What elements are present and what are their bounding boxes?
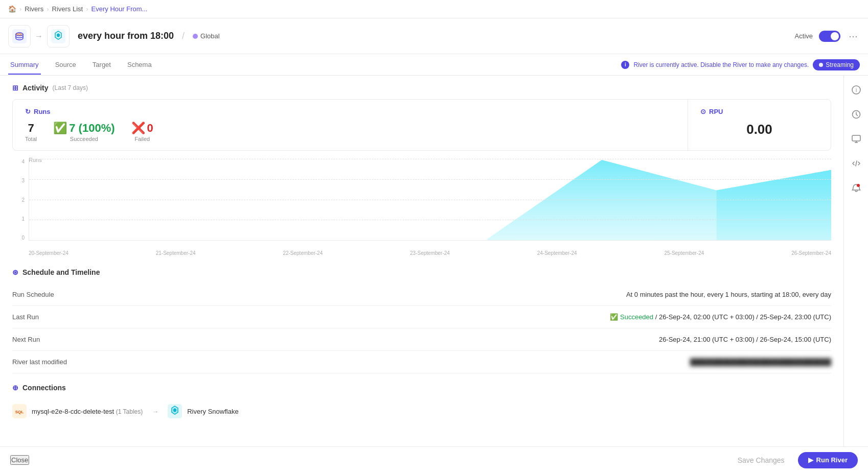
modified-value: ██████████████████████████████ xyxy=(690,358,831,366)
x-label-6: 26-September-24 xyxy=(791,250,831,256)
schedule-section: ⊛ Schedule and Timeline Run Schedule At … xyxy=(12,268,831,373)
y-label-0: 0 xyxy=(21,235,25,241)
activity-title: ⊞ Activity (Last 7 days) xyxy=(12,84,831,92)
last-run-time: / 26-Sep-24, 02:00 (UTC + 03:00) / 25-Se… xyxy=(655,313,831,321)
tab-schema[interactable]: Schema xyxy=(125,56,154,75)
chart-inner xyxy=(29,159,831,241)
active-toggle[interactable] xyxy=(819,31,840,42)
connections-title: ⊕ Connections xyxy=(12,384,831,392)
last-run-check-icon: ✅ xyxy=(610,313,618,321)
info-icon: i xyxy=(621,61,629,69)
tab-source[interactable]: Source xyxy=(53,56,78,75)
svg-point-15 xyxy=(857,184,860,187)
conn-arrow: → xyxy=(152,408,158,415)
breadcrumb-rivers[interactable]: Rivers xyxy=(25,5,43,13)
source-target-icons: SQL → xyxy=(8,25,70,48)
right-sidebar: i xyxy=(843,76,868,446)
active-label: Active xyxy=(795,32,813,40)
close-button[interactable]: Close xyxy=(10,455,29,465)
sidebar-history-button[interactable] xyxy=(848,106,864,123)
home-icon[interactable]: 🏠 xyxy=(8,5,16,13)
last-run-value: ✅ Succeeded / 26-Sep-24, 02:00 (UTC + 03… xyxy=(610,313,831,321)
stat-total: 7 Total xyxy=(25,122,37,142)
y-label-2: 2 xyxy=(21,197,25,203)
streaming-label: Streaming xyxy=(826,61,854,68)
x-label-1: 21-September-24 xyxy=(156,250,196,256)
connections-label: Connections xyxy=(22,384,66,392)
streaming-badge[interactable]: Streaming xyxy=(813,59,860,70)
stat-succeeded-value: ✅ 7 (100%) xyxy=(53,122,115,135)
run-river-button[interactable]: ▶ Run River xyxy=(798,452,858,468)
target-conn-name: Rivery Snowflake xyxy=(187,408,238,415)
activity-icon: ⊞ xyxy=(12,84,18,92)
rpu-label: ⊙ RPU xyxy=(700,108,818,115)
svg-text:SQL: SQL xyxy=(16,33,23,36)
chart-container: Runs 4 3 2 1 0 xyxy=(12,159,831,256)
tabs-right-info: i River is currently active. Disable the… xyxy=(621,59,860,70)
check-icon: ✅ xyxy=(53,122,67,135)
sidebar-info-button[interactable]: i xyxy=(848,82,864,98)
connections-section: ⊕ Connections SQL mysql-e2e-8-cdc-delete… xyxy=(12,384,831,423)
breadcrumb-sep-2: › xyxy=(47,5,49,13)
breadcrumb-sep-3: › xyxy=(86,5,88,13)
tab-summary[interactable]: Summary xyxy=(8,56,41,75)
run-schedule-value: At 0 minutes past the hour, every 1 hour… xyxy=(626,291,831,298)
activity-subtitle: (Last 7 days) xyxy=(53,84,88,91)
stat-failed-label: Failed xyxy=(131,136,153,142)
modified-label: River last modified xyxy=(12,358,115,366)
save-changes-button[interactable]: Save Changes xyxy=(729,452,793,468)
next-run-label: Next Run xyxy=(12,336,115,343)
grid-line-1 xyxy=(29,220,831,220)
stat-succeeded-label: Succeeded xyxy=(53,136,115,142)
svg-text:SQL: SQL xyxy=(15,410,24,414)
source-conn-sub: (1 Tables) xyxy=(116,408,143,415)
header-divider: / xyxy=(182,31,185,41)
river-title: every hour from 18:00 xyxy=(78,31,174,41)
chart-x-labels: 20-September-24 21-September-24 22-Septe… xyxy=(29,250,831,256)
stat-total-value: 7 xyxy=(25,122,37,135)
main-layout: ⊞ Activity (Last 7 days) ↻ Runs 7 Total xyxy=(0,76,868,446)
global-badge: Global xyxy=(193,32,220,40)
last-run-status: Succeeded xyxy=(620,313,653,321)
y-label-1: 1 xyxy=(21,216,25,222)
x-label-4: 24-September-24 xyxy=(537,250,577,256)
sidebar-monitor-button[interactable] xyxy=(848,131,864,147)
global-label: Global xyxy=(200,32,220,40)
stat-failed-value: ❌ 0 xyxy=(131,122,153,135)
last-run-label: Last Run xyxy=(12,313,115,321)
breadcrumb-rivers-list[interactable]: Rivers List xyxy=(52,5,83,13)
rpu-text: RPU xyxy=(709,108,723,115)
grid-line-3 xyxy=(29,179,831,180)
header-right: Active ⋯ xyxy=(795,29,860,44)
svg-rect-14 xyxy=(852,135,860,141)
stat-failed: ❌ 0 Failed xyxy=(131,122,153,142)
runs-icon: ↻ xyxy=(25,108,31,115)
svg-text:i: i xyxy=(855,87,856,93)
breadcrumb-bar: 🏠 › Rivers › Rivers List › Every Hour Fr… xyxy=(0,0,868,18)
streaming-pulse-dot xyxy=(819,63,823,67)
last-run-row: Last Run ✅ Succeeded / 26-Sep-24, 02:00 … xyxy=(12,306,831,328)
source-conn-icon: SQL xyxy=(12,404,27,418)
sidebar-code-button[interactable] xyxy=(848,155,864,172)
page-header: SQL → every hour from 18:00 / Global Act… xyxy=(0,18,868,54)
global-dot xyxy=(193,34,198,39)
rpu-stats: ⊙ RPU 0.00 xyxy=(688,100,831,150)
footer-right: Save Changes ▶ Run River xyxy=(729,452,858,468)
tab-target[interactable]: Target xyxy=(90,56,113,75)
stats-row: 7 Total ✅ 7 (100%) Succeeded xyxy=(25,122,675,142)
x-label-2: 22-September-24 xyxy=(283,250,323,256)
source-icon-box: SQL xyxy=(8,25,31,48)
breadcrumb-current: Every Hour From... xyxy=(92,5,148,13)
next-run-value: 26-Sep-24, 21:00 (UTC + 03:00) / 26-Sep-… xyxy=(659,336,831,343)
target-icon-box xyxy=(47,25,70,48)
runs-stats: ↻ Runs 7 Total ✅ 7 (100%) xyxy=(13,100,688,150)
content-area: ⊞ Activity (Last 7 days) ↻ Runs 7 Total xyxy=(0,76,843,446)
sidebar-alert-button[interactable] xyxy=(848,180,864,196)
more-options-button[interactable]: ⋯ xyxy=(847,29,860,44)
svg-rect-0 xyxy=(12,29,27,43)
breadcrumb: 🏠 › Rivers › Rivers List › Every Hour Fr… xyxy=(8,5,147,13)
source-conn-info: mysql-e2e-8-cdc-delete-test (1 Tables) xyxy=(32,408,143,415)
x-icon: ❌ xyxy=(131,122,145,135)
active-info-text: River is currently active. Disable the R… xyxy=(633,61,809,68)
connections-icon: ⊕ xyxy=(12,384,18,392)
